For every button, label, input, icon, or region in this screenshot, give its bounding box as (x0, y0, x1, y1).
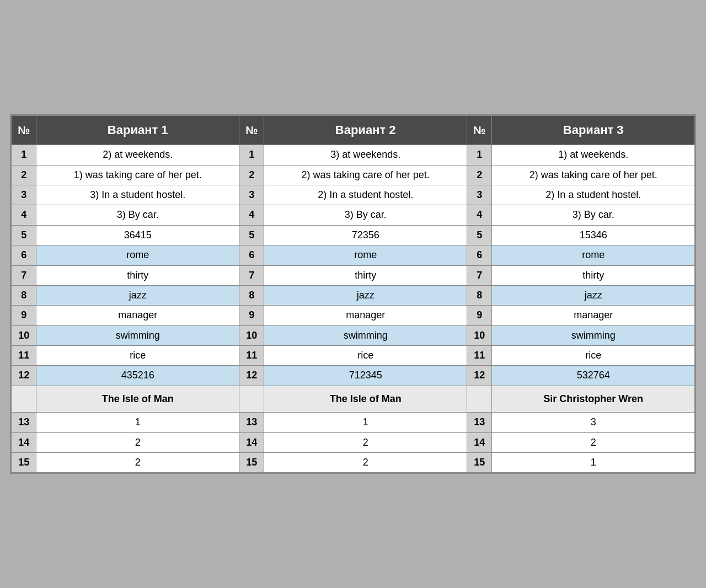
variant3-cell: 532764 (492, 366, 695, 386)
row-num: 8 (467, 285, 491, 305)
table-row: 15 2 15 2 15 1 (12, 453, 695, 473)
row-num: 14 (467, 432, 491, 452)
variant1-cell: 1 (36, 413, 239, 432)
row-num: 7 (467, 265, 491, 285)
table-row: 7 thirty 7 thirty 7 thirty (12, 265, 695, 285)
main-table-container: № Вариант 1 № Вариант 2 № Вариант 3 1 2)… (10, 114, 696, 474)
variant3-cell: manager (492, 306, 695, 325)
section-num-empty2 (239, 386, 264, 412)
section-header-v2: The Isle of Man (264, 386, 467, 412)
variant3-cell: 3 (492, 413, 695, 432)
row-num: 7 (239, 265, 264, 285)
variant3-cell: 1 (492, 453, 695, 473)
row-num: 3 (467, 185, 491, 205)
variant3-cell: 15346 (492, 225, 695, 245)
variant1-cell: 2 (36, 432, 239, 452)
answer-table: № Вариант 1 № Вариант 2 № Вариант 3 1 2)… (11, 115, 695, 473)
variant2-cell: rice (264, 346, 467, 366)
row-num: 6 (12, 245, 36, 265)
table-row: 14 2 14 2 14 2 (12, 432, 695, 452)
variant2-cell: swimming (264, 325, 467, 345)
variant3-cell: 2) was taking care of her pet. (492, 165, 695, 185)
variant1-cell: rome (36, 245, 239, 265)
variant3-cell: jazz (492, 285, 695, 305)
header-num3: № (467, 115, 491, 145)
table-row: 9 manager 9 manager 9 manager (12, 306, 695, 325)
variant3-cell: thirty (492, 265, 695, 285)
variant2-cell: 712345 (264, 366, 467, 386)
row-num: 7 (12, 265, 36, 285)
row-num: 13 (467, 413, 491, 432)
table-row: 13 1 13 1 13 3 (12, 413, 695, 432)
row-num: 12 (467, 366, 491, 386)
row-num: 9 (467, 306, 491, 325)
table-row: 1 2) at weekends. 1 3) at weekends. 1 1)… (12, 145, 695, 165)
variant2-cell: 2 (264, 453, 467, 473)
variant2-cell: 3) at weekends. (264, 145, 467, 165)
row-num: 5 (12, 225, 36, 245)
row-num: 4 (239, 205, 264, 225)
table-row: 8 jazz 8 jazz 8 jazz (12, 285, 695, 305)
row-num: 2 (12, 165, 36, 185)
variant2-cell: 2) In a student hostel. (264, 185, 467, 205)
row-num: 12 (239, 366, 264, 386)
variant1-cell: jazz (36, 285, 239, 305)
variant2-cell: 72356 (264, 225, 467, 245)
header-variant2: Вариант 2 (264, 115, 467, 145)
section-num-empty (12, 386, 36, 412)
row-num: 10 (467, 325, 491, 345)
variant2-cell: thirty (264, 265, 467, 285)
table-row: 5 36415 5 72356 5 15346 (12, 225, 695, 245)
row-num: 14 (239, 432, 264, 452)
row-num: 15 (467, 453, 491, 473)
table-row: 3 3) In a student hostel. 3 2) In a stud… (12, 185, 695, 205)
variant1-cell: 36415 (36, 225, 239, 245)
header-num2: № (239, 115, 264, 145)
table-row: 11 rice 11 rice 11 rice (12, 346, 695, 366)
variant1-cell: 435216 (36, 366, 239, 386)
row-num: 13 (12, 413, 36, 432)
variant2-cell: jazz (264, 285, 467, 305)
row-num: 15 (239, 453, 264, 473)
section-num-empty3 (467, 386, 491, 412)
variant3-cell: rice (492, 346, 695, 366)
section-header-row: The Isle of Man The Isle of Man Sir Chri… (12, 386, 695, 412)
variant1-cell: swimming (36, 325, 239, 345)
row-num: 11 (239, 346, 264, 366)
variant3-cell: rome (492, 245, 695, 265)
variant1-cell: 2) at weekends. (36, 145, 239, 165)
row-num: 1 (12, 145, 36, 165)
row-num: 2 (467, 165, 491, 185)
section-header-v3: Sir Christopher Wren (492, 386, 695, 412)
row-num: 8 (239, 285, 264, 305)
row-num: 5 (239, 225, 264, 245)
row-num: 12 (12, 366, 36, 386)
variant3-cell: swimming (492, 325, 695, 345)
row-num: 9 (12, 306, 36, 325)
variant1-cell: 2 (36, 453, 239, 473)
row-num: 2 (239, 165, 264, 185)
variant2-cell: 1 (264, 413, 467, 432)
variant3-cell: 2) In a student hostel. (492, 185, 695, 205)
variant1-cell: manager (36, 306, 239, 325)
row-num: 6 (467, 245, 491, 265)
row-num: 15 (12, 453, 36, 473)
row-num: 9 (239, 306, 264, 325)
row-num: 10 (239, 325, 264, 345)
row-num: 5 (467, 225, 491, 245)
variant1-cell: 1) was taking care of her pet. (36, 165, 239, 185)
variant2-cell: rome (264, 245, 467, 265)
row-num: 10 (12, 325, 36, 345)
header-num1: № (12, 115, 36, 145)
variant3-cell: 1) at weekends. (492, 145, 695, 165)
row-num: 1 (239, 145, 264, 165)
row-num: 4 (467, 205, 491, 225)
variant1-cell: thirty (36, 265, 239, 285)
variant1-cell: rice (36, 346, 239, 366)
table-row: 10 swimming 10 swimming 10 swimming (12, 325, 695, 345)
row-num: 13 (239, 413, 264, 432)
variant1-cell: 3) By car. (36, 205, 239, 225)
table-row: 6 rome 6 rome 6 rome (12, 245, 695, 265)
row-num: 4 (12, 205, 36, 225)
variant1-cell: 3) In a student hostel. (36, 185, 239, 205)
